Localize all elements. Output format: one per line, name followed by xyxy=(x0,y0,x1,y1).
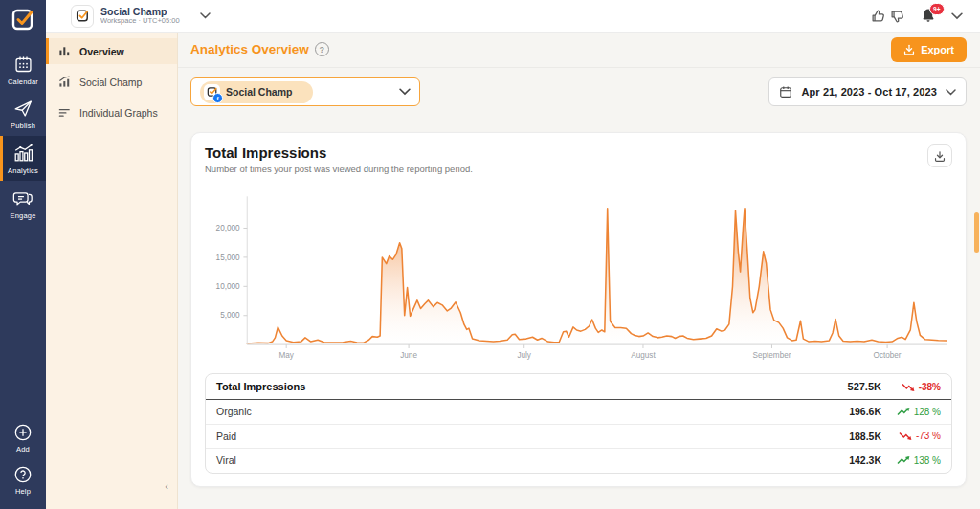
x-axis-month-label: May xyxy=(278,351,294,360)
sidebar-item-help[interactable]: Help xyxy=(0,459,46,501)
subnav-item-overview[interactable]: Overview xyxy=(46,38,177,64)
calendar-icon xyxy=(13,55,33,75)
subnav-item-label: Overview xyxy=(79,46,124,57)
scrollbar-track xyxy=(973,32,979,509)
x-axis-month-label: October xyxy=(874,351,902,360)
help-icon[interactable]: ? xyxy=(315,42,329,56)
calendar-icon xyxy=(779,85,792,99)
subnav-item-label: Individual Graphs xyxy=(79,107,158,119)
main-content: Analytics Overview ? Export f Soci xyxy=(177,32,980,509)
metric-value: 188.5K xyxy=(814,431,881,442)
y-axis-tick-label: 5,000 xyxy=(220,311,240,320)
y-axis-tick-label: 10,000 xyxy=(216,282,240,291)
workspace-logo-icon xyxy=(71,5,94,28)
metric-trend: -73 % xyxy=(881,431,941,441)
facebook-badge-icon: f xyxy=(212,93,223,103)
notification-badge: 9+ xyxy=(929,3,945,15)
card-header-text: Total Impressions Number of times your p… xyxy=(205,144,473,174)
chat-bubbles-icon xyxy=(12,188,33,209)
thumbs-down-icon[interactable] xyxy=(890,9,905,24)
chevron-down-icon[interactable] xyxy=(951,12,963,20)
account-chip: f Social Champ xyxy=(200,81,313,103)
workspace-meta: Workspace · UTC+05:00 xyxy=(100,17,180,26)
collapse-sidebar-handle[interactable]: ‹ xyxy=(160,476,173,496)
add-plus-icon xyxy=(13,423,33,442)
chevron-down-icon xyxy=(399,88,411,96)
y-axis-tick-label: 20,000 xyxy=(216,224,240,232)
metric-change: 128 % xyxy=(914,407,941,417)
metric-value: 527.5K xyxy=(814,381,881,392)
sidebar-item-calendar[interactable]: Calendar xyxy=(0,48,46,92)
help-question-icon xyxy=(13,465,33,484)
analytics-subnav: Overview Social Champ Individual Graphs … xyxy=(46,32,178,509)
metric-trend: 128 % xyxy=(881,407,941,417)
growth-chart-icon xyxy=(58,76,71,88)
x-axis-month-label: September xyxy=(753,351,791,360)
card-subtitle: Number of times your post was viewed dur… xyxy=(205,164,473,174)
table-row: Organic 196.6K 128 % xyxy=(206,400,951,425)
sidebar-item-add[interactable]: Add xyxy=(0,417,46,459)
sidebar-item-label: Publish xyxy=(11,122,35,130)
overview-bars-icon xyxy=(58,45,71,57)
subnav-item-label: Social Champ xyxy=(79,77,142,88)
page-header: Analytics Overview ? Export xyxy=(177,32,980,68)
metric-value: 142.3K xyxy=(814,454,881,466)
sidebar-item-label: Calendar xyxy=(8,77,38,86)
impressions-area-chart[interactable]: 5,00010,00015,00020,000MayJuneJulyAugust… xyxy=(205,188,952,365)
metric-change: -73 % xyxy=(916,431,941,441)
trend-down-icon xyxy=(902,382,915,392)
card-download-button[interactable] xyxy=(927,144,952,167)
page-title: Analytics Overview xyxy=(190,42,309,56)
trend-up-icon xyxy=(897,455,910,466)
metric-label: Total Impressions xyxy=(216,381,814,392)
sidebar-item-analytics[interactable]: Analytics xyxy=(0,136,46,181)
date-range-picker[interactable]: Apr 21, 2023 - Oct 17, 2023 xyxy=(768,77,967,106)
workspace-selector[interactable]: Social Champ Workspace · UTC+05:00 xyxy=(71,5,211,28)
y-axis-tick-label: 15,000 xyxy=(216,254,240,262)
subnav-item-individual-graphs[interactable]: Individual Graphs xyxy=(46,100,177,125)
table-header-row: Total Impressions 527.5K -38% xyxy=(206,374,951,400)
notifications-bell[interactable]: 9+ xyxy=(921,8,936,24)
topbar: Social Champ Workspace · UTC+05:00 xyxy=(46,0,980,33)
chevron-down-icon[interactable] xyxy=(200,12,211,19)
social-champ-logo-icon[interactable] xyxy=(11,7,36,33)
account-select-dropdown[interactable]: f Social Champ xyxy=(190,77,420,106)
table-row: Paid 188.5K -73 % xyxy=(206,425,951,450)
metric-trend: 138 % xyxy=(881,455,941,466)
topbar-actions: 9+ xyxy=(871,8,963,24)
metric-value: 196.6K xyxy=(814,406,881,417)
social-champ-account-icon: f xyxy=(204,84,220,100)
sidebar-item-label: Help xyxy=(15,487,31,496)
total-impressions-card: Total Impressions Number of times your p… xyxy=(190,132,967,487)
export-button-label: Export xyxy=(921,44,954,55)
app-sidebar: Calendar Publish Analytics xyxy=(0,0,46,509)
metric-label: Organic xyxy=(216,406,814,417)
sidebar-item-label: Engage xyxy=(10,211,35,220)
account-chip-label: Social Champ xyxy=(226,86,292,98)
metric-change: -38% xyxy=(919,382,941,392)
export-button[interactable]: Export xyxy=(891,37,967,62)
impressions-breakdown-table: Total Impressions 527.5K -38% Organic 19… xyxy=(205,373,952,474)
metric-trend: -38% xyxy=(881,382,941,392)
sidebar-item-label: Add xyxy=(16,445,30,454)
chevron-down-icon xyxy=(946,89,956,96)
download-icon xyxy=(934,150,946,163)
sidebar-item-label: Analytics xyxy=(8,166,38,175)
workspace-text: Social Champ Workspace · UTC+05:00 xyxy=(100,6,180,26)
card-title: Total Impressions xyxy=(205,144,473,161)
feedback-thumbs xyxy=(871,9,905,24)
thumbs-up-icon[interactable] xyxy=(871,9,886,24)
table-row: Viral 142.3K 138 % xyxy=(206,449,951,473)
sidebar-item-engage[interactable]: Engage xyxy=(0,181,46,226)
sidebar-item-publish[interactable]: Publish xyxy=(0,92,46,136)
subnav-item-social-champ[interactable]: Social Champ xyxy=(46,69,177,95)
metric-label: Paid xyxy=(216,431,814,442)
paper-plane-icon xyxy=(13,99,33,119)
filter-row: f Social Champ Apr 21, 2023 - Oct 17, 20… xyxy=(177,68,980,106)
scrollbar-thumb[interactable] xyxy=(974,212,979,253)
card-header: Total Impressions Number of times your p… xyxy=(205,144,952,174)
date-range-text: Apr 21, 2023 - Oct 17, 2023 xyxy=(801,86,937,98)
trend-down-icon xyxy=(899,431,912,441)
analytics-chart-icon xyxy=(12,143,33,164)
metric-label: Viral xyxy=(216,454,814,466)
